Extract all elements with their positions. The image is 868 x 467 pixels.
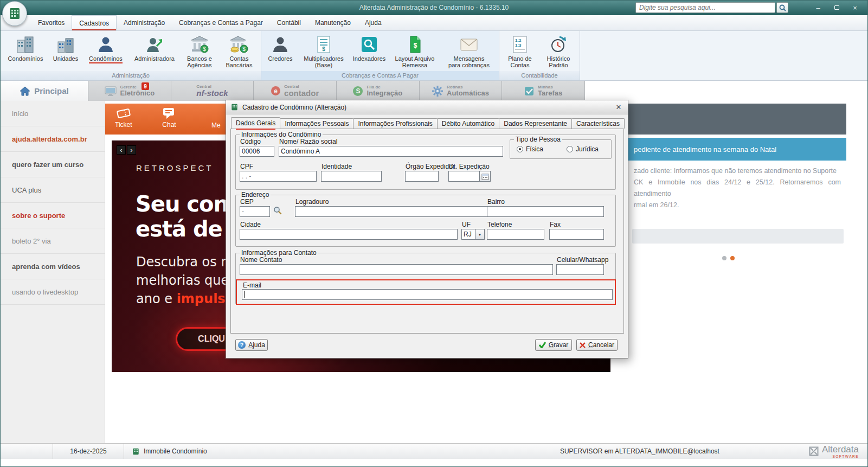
sidebar-item-videos[interactable]: aprenda com vídeos (1, 254, 105, 279)
sidebar-item-uca-plus[interactable]: UCA plus (1, 177, 105, 203)
close-button[interactable]: × (848, 2, 862, 13)
logradouro-input[interactable] (295, 206, 502, 217)
news-body-line: rmal em 26/12. (634, 200, 841, 211)
carousel-dot-1[interactable] (722, 256, 726, 260)
app-menu-button[interactable] (2, 1, 27, 26)
cep-search-button[interactable] (272, 205, 283, 216)
menu-administracao[interactable]: Administração (117, 15, 172, 30)
chat-button[interactable]: Chat (162, 107, 176, 129)
ribbon-item-bancos-agencias[interactable]: $ Bancos e Agências (180, 33, 219, 69)
codigo-input[interactable]: 00006 (240, 146, 274, 157)
email-input[interactable] (242, 289, 613, 300)
dialog-close-button[interactable]: ✕ (614, 103, 623, 112)
telefone-input[interactable] (487, 229, 544, 240)
menu-contabil[interactable]: Contábil (270, 15, 308, 30)
close-icon: × (853, 4, 857, 11)
uf-dropdown-button[interactable]: ▼ (475, 229, 485, 240)
celular-whatsapp-input[interactable] (556, 264, 604, 275)
ribbon-item-historico-padrao[interactable]: Histórico Padrão (539, 33, 578, 69)
indexadores-icon (360, 35, 378, 54)
news-body: zado cliente: Informamos que não teremos… (628, 161, 846, 214)
menu-cadastros[interactable]: Cadastros (72, 15, 117, 30)
uf-select-value[interactable]: RJ (461, 229, 475, 240)
tab-rotinas-automaticas[interactable]: Rotinas Automáticas (420, 81, 503, 101)
dialog-tab-caracteristicas[interactable]: Características (571, 118, 625, 129)
nome-contato-input[interactable] (240, 264, 553, 275)
ribbon-group-contabilidade: 1:21:3 Plano de Contas Histórico Padrão … (499, 31, 580, 80)
sidebar-item-sobre-suporte[interactable]: sobre o suporte (1, 203, 105, 228)
ribbon-item-administradora[interactable]: Administradora (129, 33, 180, 62)
calendar-button[interactable] (480, 171, 491, 182)
identidade-input[interactable] (321, 171, 382, 182)
menu-manutencao[interactable]: Manutenção (308, 15, 358, 30)
sidebar-item-boleto[interactable]: boleto 2° via (1, 228, 105, 254)
maximize-button[interactable] (830, 2, 844, 13)
ajuda-button[interactable]: ? Ajuda (235, 339, 268, 351)
sidebar-item-inicio[interactable]: início (1, 101, 105, 126)
title-bar: Alterdata Administração de Condomínio - … (1, 1, 867, 15)
radio-juridica[interactable]: Jurídica (567, 145, 599, 153)
tab-minhas-tarefas[interactable]: Minhas Tarefas (502, 81, 585, 101)
ribbon-item-label: Mensagens para cobranças (448, 55, 490, 68)
sidebar-item-curso[interactable]: quero fazer um curso (1, 152, 105, 177)
text-caret (244, 291, 245, 298)
banner-line-3-prefix: ano e (136, 291, 177, 306)
sidebar-item-ajuda-site[interactable]: ajuda.alterdata.com.br (1, 126, 105, 152)
menu-favoritos[interactable]: Favoritos (31, 15, 72, 30)
ribbon-item-unidades[interactable]: Unidades (49, 33, 82, 62)
dialog-tab-debito-automatico[interactable]: Débito Automático (437, 118, 499, 129)
dt-expedicao-label: Dt. Expedição (449, 163, 490, 170)
sidebar-item-livedesktop[interactable]: usando o livedesktop (1, 279, 105, 305)
dt-expedicao-input[interactable] (448, 171, 480, 182)
minimize-button[interactable]: – (811, 2, 825, 13)
gravar-button[interactable]: Gravar (535, 339, 572, 351)
dialog-tab-informacoes-pessoais[interactable]: Informações Pessoais (280, 118, 353, 129)
cancelar-button[interactable]: Cancelar (576, 339, 618, 351)
tab-nf-stock[interactable]: Central nf-stock (171, 81, 254, 101)
gear-icon (432, 86, 443, 97)
nome-razao-input[interactable]: Condômino A (279, 146, 503, 157)
celular-whatsapp-label: Celular/Whatsapp (557, 256, 608, 264)
cep-input[interactable]: - (240, 206, 270, 217)
orgao-expedidor-input[interactable] (405, 171, 439, 182)
ribbon-item-plano-contas[interactable]: 1:21:3 Plano de Contas (501, 33, 539, 69)
cidade-input[interactable] (240, 229, 458, 240)
module-tab-bar: Principal Gerente Eletrônico 9 Central n… (1, 81, 585, 101)
global-search (635, 2, 788, 13)
fax-input[interactable] (549, 229, 604, 240)
carousel-prev-button[interactable]: ‹ (117, 145, 126, 155)
ribbon-item-condominios[interactable]: Condomínios (2, 33, 49, 62)
bairro-input[interactable] (487, 206, 604, 217)
ribbon-item-condominos[interactable]: Condôminos (82, 33, 129, 64)
carousel-dot-2[interactable] (730, 256, 735, 260)
ribbon-item-label: Condomínios (8, 55, 43, 62)
ribbon-item-mensagens-cobrancas[interactable]: Mensagens para cobranças (441, 33, 497, 69)
ribbon-item-contas-bancarias[interactable]: $ Contas Bancárias (219, 33, 259, 69)
tab-principal[interactable]: Principal (1, 81, 88, 101)
radio-juridica-control[interactable] (567, 146, 573, 152)
ticket-button[interactable]: Ticket (115, 107, 132, 129)
news-body-line: zado cliente: Informamos que não teremos… (634, 165, 841, 177)
radio-fisica[interactable]: Física (517, 145, 543, 153)
cpf-input[interactable]: . . - (240, 171, 317, 182)
carousel-next-button[interactable]: › (127, 145, 136, 155)
svg-text:$: $ (242, 46, 246, 52)
ribbon-item-layout-remessa[interactable]: $ Layout Arquivo Remessa (389, 33, 441, 69)
tab-gerente-eletronico[interactable]: Gerente Eletrônico 9 (88, 81, 171, 101)
ribbon-item-credores[interactable]: Credores (263, 33, 298, 62)
radio-fisica-control[interactable] (517, 146, 523, 152)
menu-ajuda[interactable]: Ajuda (358, 15, 389, 30)
dialog-tab-dados-representante[interactable]: Dados Representante (499, 118, 572, 129)
ajuda-label: Ajuda (248, 341, 265, 349)
tab-fila-integracao[interactable]: S Fila de Integração (337, 81, 420, 101)
menu-cobrancas[interactable]: Cobranças e Contas a Pagar (172, 15, 270, 30)
maximize-icon (834, 5, 839, 10)
search-input[interactable] (635, 2, 775, 13)
ribbon-item-indexadores[interactable]: Indexadores (350, 33, 389, 62)
tab-central-contador[interactable]: e Central contador (254, 81, 337, 101)
tab-label: Eletrônico (120, 89, 155, 97)
search-button[interactable] (776, 2, 788, 13)
dialog-tab-informacoes-profissionais[interactable]: Informações Profissionais (353, 118, 437, 129)
dialog-tab-dados-gerais[interactable]: Dados Gerais (231, 117, 280, 129)
ribbon-item-multiplicadores[interactable]: $ Multiplicadores (Base) (298, 33, 350, 69)
